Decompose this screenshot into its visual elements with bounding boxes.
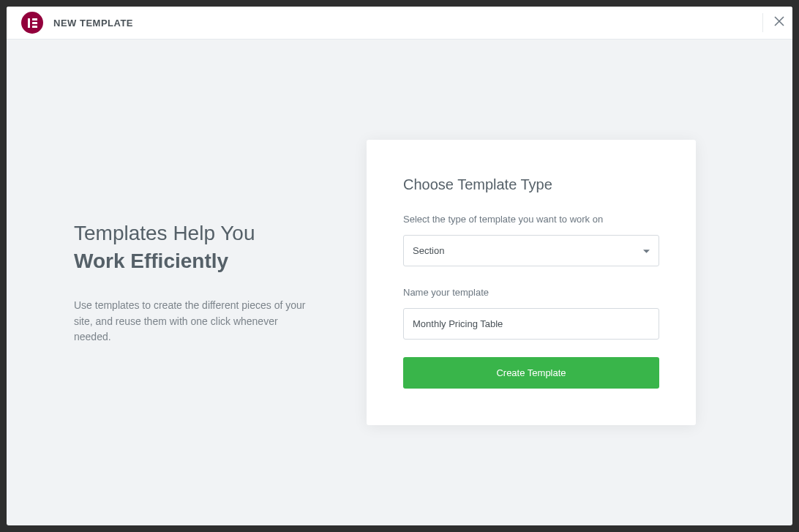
- template-form-card: Choose Template Type Select the type of …: [367, 140, 696, 425]
- modal-body: Templates Help You Work Efficiently Use …: [7, 40, 792, 525]
- form-title: Choose Template Type: [403, 176, 659, 193]
- elementor-logo-icon: [21, 12, 43, 34]
- close-icon: [774, 16, 784, 29]
- template-type-select[interactable]: Section: [403, 235, 659, 266]
- create-template-button[interactable]: Create Template: [403, 357, 659, 389]
- template-name-input[interactable]: [403, 308, 659, 340]
- intro-heading: Templates Help You Work Efficiently: [74, 220, 308, 276]
- intro-heading-line2: Work Efficiently: [74, 250, 228, 272]
- new-template-modal: NEW TEMPLATE Templates Help You Work Eff…: [7, 7, 792, 525]
- intro-section: Templates Help You Work Efficiently Use …: [74, 220, 308, 345]
- template-type-label: Select the type of template you want to …: [403, 214, 659, 225]
- intro-description: Use templates to create the different pi…: [74, 298, 308, 345]
- modal-title: NEW TEMPLATE: [53, 18, 133, 29]
- modal-header: NEW TEMPLATE: [7, 7, 792, 40]
- intro-heading-line1: Templates Help You: [74, 222, 255, 244]
- template-type-select-wrapper: Section: [403, 235, 659, 266]
- close-button[interactable]: [762, 13, 781, 32]
- template-name-label: Name your template: [403, 287, 659, 298]
